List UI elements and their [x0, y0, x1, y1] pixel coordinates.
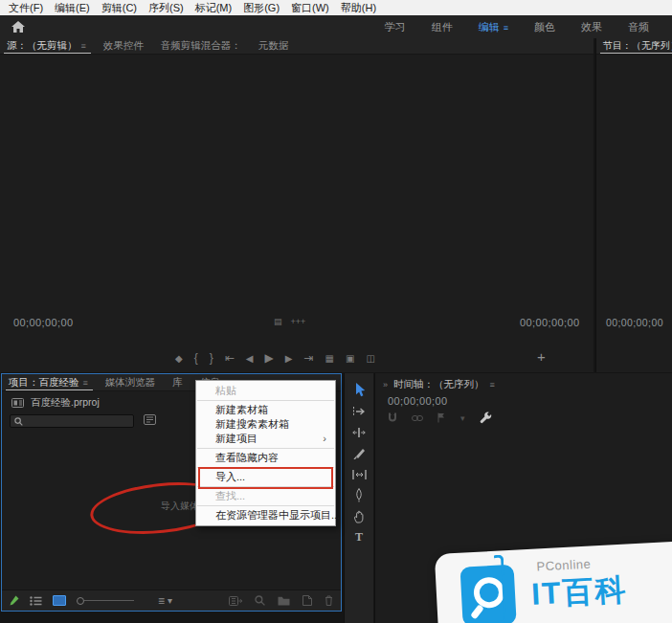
- menu-sequence[interactable]: 序列(S): [143, 1, 190, 15]
- add-marker-icon[interactable]: ◆: [175, 353, 183, 364]
- menu-item-new-item[interactable]: 新建项目›: [196, 432, 335, 446]
- chevron-down-icon: ▾: [168, 595, 172, 606]
- filter-bin-icon[interactable]: [144, 414, 156, 425]
- menu-clip[interactable]: 剪辑(C): [96, 1, 143, 15]
- context-menu: 粘贴 新建素材箱 新建搜索素材箱 新建项目› 查看隐藏内容 导入... 查找..…: [195, 380, 336, 526]
- tab-project[interactable]: 项目：百度经验≡: [2, 374, 99, 390]
- list-view-icon[interactable]: [30, 596, 42, 606]
- selection-tool[interactable]: [345, 382, 373, 398]
- mark-out-icon[interactable]: }: [210, 351, 213, 365]
- new-item-icon[interactable]: [302, 595, 312, 606]
- hand-tool[interactable]: [345, 508, 373, 524]
- timeline-settings-wrench-icon[interactable]: [480, 412, 492, 424]
- workspace-tab-color[interactable]: 颜色: [534, 20, 555, 34]
- overwrite-icon[interactable]: ▣: [346, 353, 354, 364]
- menu-separator: [197, 400, 334, 401]
- source-panel-tabs: 源：（无剪辑）≡ 效果控件 音频剪辑混合器： 元数据: [0, 38, 594, 55]
- insert-icon[interactable]: ▦: [325, 353, 334, 364]
- menu-graphics[interactable]: 图形(G): [237, 1, 285, 15]
- workspace-bar: 学习 组件 编辑≡ 颜色 效果 音频: [0, 15, 672, 38]
- menu-item-new-search-bin[interactable]: 新建搜索素材箱: [196, 417, 335, 432]
- source-transport-controls: ◆ { } ⇤ ◀ ▶ ▶ ⇥ ▦ ▣ ◫: [175, 351, 375, 365]
- menu-window[interactable]: 窗口(W): [285, 1, 335, 15]
- menu-separator: [197, 448, 334, 449]
- timeline-toolbar: ▾: [388, 412, 492, 424]
- search-input[interactable]: [10, 414, 134, 428]
- watermark: PConline IT百科: [435, 541, 672, 623]
- source-button-editor-icon[interactable]: +++: [291, 317, 306, 326]
- panel-menu-icon[interactable]: ≡: [83, 378, 88, 388]
- project-file-name: 百度经验.prproj: [31, 396, 100, 410]
- menu-item-paste[interactable]: 粘贴: [196, 384, 335, 398]
- program-timecode[interactable]: 00;00;00;00: [606, 317, 663, 328]
- zoom-slider[interactable]: [77, 597, 134, 605]
- project-panel-toolbar: ≡ ▾: [2, 590, 341, 611]
- tab-source-monitor[interactable]: 源：（无剪辑）≡: [0, 38, 97, 54]
- panel-menu-icon[interactable]: ≡: [490, 380, 495, 389]
- find-icon[interactable]: [255, 595, 265, 606]
- tools-panel: T: [344, 373, 373, 623]
- slip-tool[interactable]: [345, 466, 373, 482]
- zoom-slider-knob[interactable]: [77, 597, 84, 605]
- linked-selection-icon[interactable]: [412, 414, 423, 422]
- workspace-tab-assembly[interactable]: 组件: [432, 20, 453, 34]
- project-file-row[interactable]: 百度经验.prproj: [11, 396, 100, 410]
- menu-item-new-bin[interactable]: 新建素材箱: [196, 403, 335, 417]
- export-frame-icon[interactable]: ◫: [366, 353, 374, 364]
- chevron-down-icon[interactable]: ▾: [460, 413, 465, 423]
- tab-audio-clip-mixer[interactable]: 音频剪辑混合器：: [154, 38, 252, 54]
- workspace-tab-editing[interactable]: 编辑≡: [479, 20, 508, 34]
- sort-icon: ≡: [158, 594, 165, 608]
- track-select-forward-tool[interactable]: [345, 403, 373, 419]
- app-menubar: 文件(F) 编辑(E) 剪辑(C) 序列(S) 标记(M) 图形(G) 窗口(W…: [0, 0, 672, 15]
- source-current-timecode[interactable]: 00;00;00;00: [13, 317, 74, 328]
- panel-expander-icon[interactable]: »: [383, 380, 388, 389]
- annotation-red-box: [198, 467, 333, 489]
- workspace-tab-audio[interactable]: 音频: [628, 20, 649, 34]
- watermark-magnifier-icon: [460, 565, 517, 623]
- menu-item-reveal-in-explorer[interactable]: 在资源管理器中显示项目...: [196, 508, 335, 523]
- menu-item-view-hidden[interactable]: 查看隐藏内容: [196, 451, 335, 465]
- sort-icons-button[interactable]: ≡ ▾: [158, 594, 172, 608]
- snap-icon[interactable]: [388, 412, 397, 423]
- icon-view-icon[interactable]: [53, 595, 66, 606]
- play-icon[interactable]: ▶: [265, 351, 274, 365]
- program-monitor-panel: 节目：（无序列）≡ 00;00;00;00: [595, 38, 672, 372]
- source-settings-icon[interactable]: ▤: [274, 317, 282, 326]
- goto-in-icon[interactable]: ⇤: [225, 351, 235, 365]
- workspace-tab-effects[interactable]: 效果: [581, 20, 602, 34]
- delete-icon[interactable]: [325, 595, 333, 606]
- step-back-icon[interactable]: ◀: [246, 353, 254, 364]
- tab-effect-controls[interactable]: 效果控件: [97, 38, 154, 54]
- mark-in-icon[interactable]: {: [194, 351, 198, 365]
- home-icon[interactable]: [11, 21, 25, 33]
- tab-libraries[interactable]: 库: [166, 374, 193, 390]
- timeline-timecode[interactable]: 00;00;00;00: [388, 395, 448, 407]
- panel-menu-icon[interactable]: ≡: [81, 41, 86, 51]
- type-tool[interactable]: T: [345, 529, 373, 545]
- razor-tool[interactable]: [345, 445, 373, 461]
- tab-program-monitor[interactable]: 节目：（无序列）≡: [596, 38, 672, 54]
- ripple-edit-tool[interactable]: [345, 424, 373, 440]
- add-marker-icon[interactable]: [437, 412, 446, 423]
- new-bin-icon[interactable]: [278, 596, 290, 606]
- menu-help[interactable]: 帮助(H): [335, 1, 382, 15]
- menu-file[interactable]: 文件(F): [3, 1, 49, 15]
- step-forward-icon[interactable]: ▶: [285, 353, 293, 364]
- menu-item-find[interactable]: 查找...: [196, 489, 335, 503]
- tab-metadata[interactable]: 元数据: [252, 38, 300, 54]
- source-monitor-panel: 源：（无剪辑）≡ 效果控件 音频剪辑混合器： 元数据 00;00;00;00 ▤…: [0, 38, 594, 372]
- pen-tool[interactable]: [345, 487, 373, 503]
- project-file-icon: [11, 398, 24, 408]
- button-editor-plus-icon[interactable]: +: [537, 348, 546, 365]
- timeline-title[interactable]: 时间轴：（无序列）: [393, 378, 484, 391]
- menu-separator: [197, 505, 334, 506]
- automate-to-sequence-icon[interactable]: [229, 596, 242, 606]
- menu-edit[interactable]: 编辑(E): [49, 1, 96, 15]
- goto-out-icon[interactable]: ⇥: [303, 351, 313, 365]
- project-writable-icon[interactable]: [10, 595, 19, 606]
- workspace-menu-icon[interactable]: ≡: [504, 23, 508, 33]
- menu-marker[interactable]: 标记(M): [190, 1, 238, 15]
- tab-media-browser[interactable]: 媒体浏览器: [99, 374, 167, 390]
- workspace-tab-learn[interactable]: 学习: [385, 20, 406, 34]
